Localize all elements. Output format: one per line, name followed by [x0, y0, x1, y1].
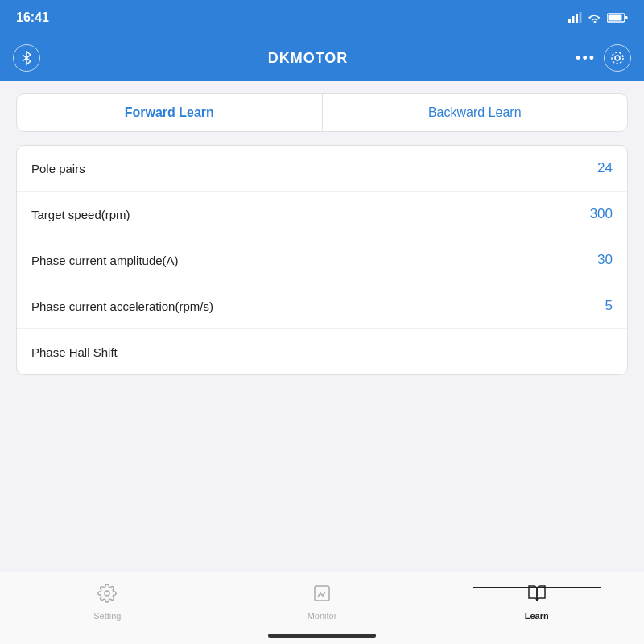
svg-rect-3	[580, 12, 582, 23]
table-row[interactable]: Phase Hall Shift	[17, 329, 627, 374]
learn-tab-label: Learn	[525, 611, 549, 621]
svg-point-10	[612, 52, 623, 64]
tab-backward-learn[interactable]: Backward Learn	[323, 94, 628, 131]
more-button[interactable]: •••	[576, 50, 596, 67]
status-bar: 16:41	[0, 0, 644, 35]
table-row[interactable]: Target speed(rpm) 300	[17, 192, 627, 237]
svg-rect-5	[609, 15, 622, 21]
pole-pairs-label: Pole pairs	[31, 162, 597, 175]
status-icons	[568, 12, 628, 23]
settings-card: Pole pairs 24 Target speed(rpm) 300 Phas…	[16, 145, 628, 375]
phase-hall-shift-label: Phase Hall Shift	[31, 345, 613, 359]
target-speed-label: Target speed(rpm)	[31, 208, 590, 221]
nav-right: •••	[576, 44, 631, 72]
table-row[interactable]: Phase current amplitude(A) 30	[17, 237, 627, 283]
svg-rect-12	[315, 586, 329, 601]
setting-tab-label: Setting	[93, 611, 121, 621]
monitor-tab-label: Monitor	[308, 611, 337, 621]
svg-point-9	[615, 56, 620, 60]
table-row[interactable]: Pole pairs 24	[17, 146, 627, 192]
nav-bar: DKMOTOR •••	[0, 35, 644, 80]
phase-current-acceleration-label: Phase current acceleration(rpm/s)	[31, 299, 605, 313]
signal-icon	[568, 12, 583, 23]
tab-forward-learn[interactable]: Forward Learn	[17, 94, 323, 131]
svg-rect-6	[625, 16, 628, 19]
bottom-tab-setting[interactable]: Setting	[0, 580, 215, 621]
target-speed-value: 300	[590, 206, 613, 222]
nav-left	[13, 44, 40, 72]
table-row[interactable]: Phase current acceleration(rpm/s) 5	[17, 283, 627, 329]
chart-icon	[312, 584, 332, 608]
nav-title: DKMOTOR	[268, 50, 349, 67]
settings-button[interactable]	[604, 44, 631, 72]
battery-icon	[607, 12, 628, 23]
bottom-tab-monitor[interactable]: Monitor	[215, 580, 430, 621]
svg-rect-2	[576, 14, 578, 23]
pole-pairs-value: 24	[597, 160, 613, 176]
tab-selector: Forward Learn Backward Learn	[16, 93, 628, 132]
book-icon	[527, 584, 547, 608]
bluetooth-button[interactable]	[13, 44, 40, 72]
status-time: 16:41	[16, 10, 49, 25]
content-area: Pole pairs 24 Target speed(rpm) 300 Phas…	[0, 145, 644, 375]
gear-icon	[97, 584, 117, 608]
phase-current-amplitude-label: Phase current amplitude(A)	[31, 254, 597, 267]
phase-current-acceleration-value: 5	[605, 298, 613, 314]
svg-rect-1	[572, 16, 575, 23]
home-indicator	[268, 634, 376, 638]
svg-point-11	[105, 591, 109, 596]
bottom-tab-learn[interactable]: Learn	[429, 580, 644, 621]
phase-current-amplitude-value: 30	[597, 252, 613, 268]
bottom-tab-bar: Setting Monitor Learn	[0, 572, 644, 644]
svg-rect-0	[568, 19, 571, 23]
wifi-icon	[588, 12, 602, 23]
